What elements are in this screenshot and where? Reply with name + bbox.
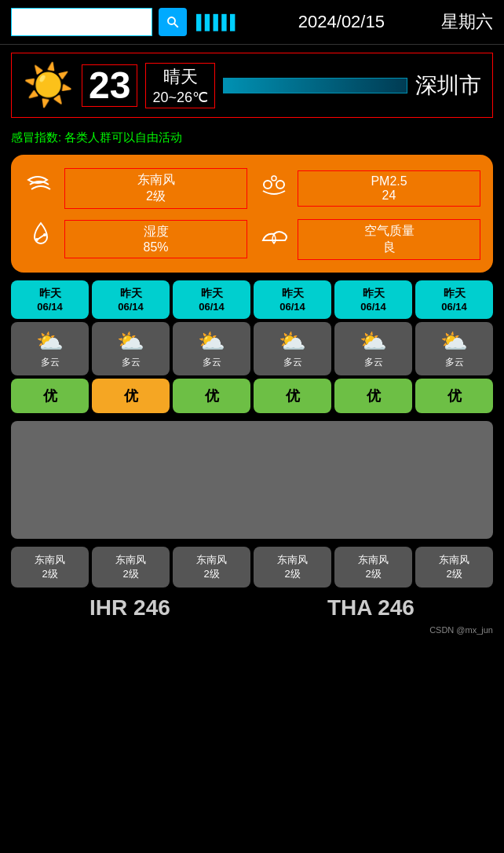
temperature-value: 23 [89, 67, 130, 104]
forecast-day-tile: 昨天06/14 [334, 280, 412, 319]
humidity-data: 湿度 85% [64, 220, 247, 258]
forecast-day-tile: 昨天06/14 [11, 280, 89, 319]
wind-grid: 东南风2级东南风2级东南风2级东南风2级东南风2级东南风2级 [11, 547, 493, 588]
city-name: 深圳市 [415, 71, 481, 101]
wind-tile: 东南风2级 [254, 547, 331, 588]
forecast-day-tile: 昨天06/14 [415, 280, 493, 319]
wind-icon [24, 167, 58, 209]
search-icon [166, 15, 180, 29]
wave-icon: ▌▌▌▌▌ [196, 14, 239, 31]
search-button[interactable] [159, 8, 187, 36]
details-grid: 东南风 2级 PM2.5 24 [24, 167, 480, 260]
search-input[interactable] [11, 8, 152, 36]
wind-dir: 东南风 [137, 172, 175, 189]
cloud-sun-icon: ⛅ [279, 328, 306, 354]
forecast-day-tile: 昨天06/14 [92, 280, 170, 319]
wave-bar [223, 78, 407, 93]
svg-point-0 [168, 17, 175, 24]
pm25-icon [257, 167, 291, 209]
humidity-icon [24, 218, 58, 260]
detected-left: IHR 246 [89, 595, 170, 621]
cloud-sun-icon: ⛅ [117, 328, 144, 354]
wind-level: 2级 [146, 189, 166, 205]
svg-point-3 [276, 181, 284, 189]
forecast-quality-tile: 优 [334, 379, 412, 413]
forecast-day-row: 昨天06/14昨天06/14昨天06/14昨天06/14昨天06/14昨天06/… [11, 280, 493, 319]
pm25-label: PM2.5 [371, 174, 407, 189]
forecast-quality-tile: 优 [254, 379, 331, 413]
forecast-weather-tile: ⛅多云 [415, 322, 493, 375]
chart-panel [11, 421, 493, 539]
forecast-weather-tile: ⛅多云 [334, 322, 412, 375]
cloud-sun-icon: ⛅ [360, 328, 387, 354]
wind-tile: 东南风2级 [415, 547, 493, 588]
pm25-data: PM2.5 24 [298, 170, 480, 207]
forecast-quality-tile: 优 [11, 379, 89, 413]
weather-condition: 晴天 [163, 65, 198, 89]
header: ▌▌▌▌▌ 2024/02/15 星期六 [0, 0, 504, 45]
cloud-sun-icon: ⛅ [198, 328, 225, 354]
air-quality-icon [257, 218, 291, 260]
humidity-value: 85% [143, 240, 168, 254]
wind-tile: 东南风2级 [334, 547, 412, 588]
svg-point-2 [264, 181, 272, 189]
forecast-quality-tile: 优 [92, 379, 170, 413]
forecast-weather-row: ⛅多云⛅多云⛅多云⛅多云⛅多云⛅多云 [11, 322, 493, 375]
cold-index: 感冒指数: 各类人群可以自由活动 [0, 126, 504, 150]
forecast-weather-tile: ⛅多云 [92, 322, 170, 375]
air-quality-value: 良 [383, 240, 396, 256]
forecast-quality-row: 优优优优优优 [11, 379, 493, 413]
wind-tile: 东南风2级 [173, 547, 250, 588]
svg-point-4 [272, 176, 276, 181]
air-quality-label: 空气质量 [364, 223, 415, 240]
svg-point-6 [43, 233, 46, 236]
forecast-weather-tile: ⛅多云 [11, 322, 89, 375]
sun-icon: ☀️ [23, 61, 74, 109]
pm25-item: PM2.5 24 [257, 167, 480, 209]
svg-line-1 [174, 24, 178, 27]
forecast-day-tile: 昨天06/14 [173, 280, 250, 319]
pm25-value: 24 [382, 189, 396, 203]
cloud-sun-icon: ⛅ [440, 328, 468, 354]
weather-description: 晴天 20~26℃ [145, 63, 215, 108]
wind-tile: 东南风2级 [11, 547, 89, 588]
orange-panel: 东南风 2级 PM2.5 24 [11, 155, 493, 273]
cloud-sun-icon: ⛅ [36, 328, 64, 354]
bottom-detected: IHR 246 THA 246 [0, 592, 504, 624]
weather-main: ☀️ 23 晴天 20~26℃ 深圳市 [11, 53, 493, 118]
forecast-section: 昨天06/14昨天06/14昨天06/14昨天06/14昨天06/14昨天06/… [11, 280, 493, 413]
header-day: 星期六 [441, 10, 493, 34]
wind-tile: 东南风2级 [92, 547, 170, 588]
wind-data: 东南风 2级 [64, 168, 247, 209]
humidity-label: 湿度 [144, 224, 169, 240]
forecast-quality-tile: 优 [173, 379, 250, 413]
header-date: 2024/02/15 [248, 12, 435, 32]
temperature-block: 23 [82, 64, 137, 107]
temp-range: 20~26℃ [152, 89, 208, 106]
forecast-day-tile: 昨天06/14 [254, 280, 331, 319]
forecast-weather-tile: ⛅多云 [173, 322, 250, 375]
detected-right: THA 246 [327, 595, 415, 621]
forecast-weather-tile: ⛅多云 [254, 322, 331, 375]
footer-credit: CSDN @mx_jun [0, 624, 504, 636]
air-quality-item: 空气质量 良 [257, 218, 480, 260]
forecast-quality-tile: 优 [415, 379, 493, 413]
humidity-item: 湿度 85% [24, 218, 247, 260]
air-quality-data: 空气质量 良 [298, 219, 480, 260]
wind-item: 东南风 2级 [24, 167, 247, 209]
svg-point-5 [35, 238, 38, 241]
